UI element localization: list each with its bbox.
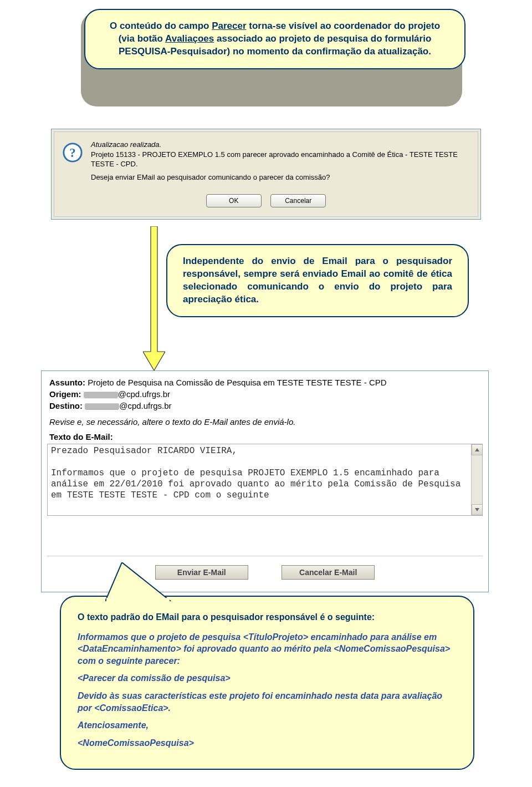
callout3-p1: Informamos que o projeto de pesquisa <Tí…: [78, 631, 457, 667]
confirm-line2: Projeto 15133 - PROJETO EXEMPLO 1.5 com …: [91, 150, 470, 169]
email-origem-row: Origem: @cpd.ufrgs.br: [49, 388, 480, 400]
email-instruction: Revise e, se necessário, altere o texto …: [42, 415, 488, 432]
cancel-email-button[interactable]: Cancelar E-Mail: [282, 565, 375, 580]
callout3-p4: Atenciosamente,: [78, 719, 457, 732]
arrow-down-icon: [143, 226, 165, 370]
email-header: Assunto: Projeto de Pesquisa na Comissão…: [42, 371, 488, 415]
scroll-down-button[interactable]: [472, 504, 483, 515]
confirm-dialog-inner: ? Atualizacao realizada. Projeto 15133 -…: [54, 131, 478, 217]
scroll-up-button[interactable]: [472, 444, 483, 455]
cancel-button[interactable]: Cancelar: [270, 194, 326, 207]
origem-label: Origem:: [49, 389, 81, 399]
assunto-value: Projeto de Pesquisa na Comissão de Pesqu…: [85, 378, 387, 387]
speech-bubble-tail-icon: [105, 562, 172, 601]
origem-value: @cpd.ufrgs.br: [118, 389, 170, 399]
svg-marker-5: [105, 562, 171, 601]
svg-marker-2: [143, 226, 165, 370]
callout3-p2: <Parecer da comissão de pesquisa>: [78, 672, 457, 684]
callout-3: O texto padrão do EMail para o pesquisad…: [60, 596, 474, 770]
origem-redacted: [84, 392, 118, 398]
callout3-p3: Devido às suas características este proj…: [78, 690, 457, 714]
email-assunto-row: Assunto: Projeto de Pesquisa na Comissão…: [49, 377, 480, 388]
question-icon: ?: [62, 142, 83, 163]
divider: [47, 556, 483, 556]
ok-button[interactable]: OK: [206, 194, 262, 207]
destino-value: @cpd.ufrgs.br: [119, 401, 171, 410]
email-body-label: Texto do E-Mail:: [42, 432, 488, 444]
email-body-textarea[interactable]: Prezado Pesquisador RICARDO VIEIRA, Info…: [47, 444, 483, 516]
confirm-line1: Atualizacao realizada.: [91, 140, 470, 150]
destino-redacted: [85, 403, 119, 410]
confirm-dialog: ? Atualizacao realizada. Projeto 15133 -…: [51, 129, 481, 220]
confirm-dialog-message: Atualizacao realizada. Projeto 15133 - P…: [91, 140, 470, 182]
callout3-p5: <NomeComissaoPesquisa>: [78, 737, 457, 749]
svg-text:?: ?: [69, 146, 75, 160]
assunto-label: Assunto:: [49, 378, 85, 387]
callout2-text: Independente do envio de Email para o pe…: [183, 256, 452, 304]
confirm-line3: Deseja enviar EMail ao pesquisador comun…: [91, 172, 470, 182]
callout1-text-pre: O conteúdo do campo: [110, 21, 212, 31]
callout3-heading: O texto padrão do EMail para o pesquisad…: [78, 611, 457, 623]
email-body-content: Prezado Pesquisador RICARDO VIEIRA, Info…: [51, 445, 469, 501]
scrollbar[interactable]: [471, 444, 482, 515]
callout1-u2: Avaliaçoes: [165, 33, 214, 44]
email-destino-row: Destino: @cpd.ufrgs.br: [49, 400, 480, 412]
callout-2: Independente do envio de Email para o pe…: [166, 244, 469, 317]
email-panel: Assunto: Projeto de Pesquisa na Comissão…: [41, 370, 489, 592]
callout1-u1: Parecer: [212, 21, 246, 31]
destino-label: Destino:: [49, 401, 83, 410]
callout-1: O conteúdo do campo Parecer torna-se vis…: [84, 9, 466, 69]
svg-marker-4: [475, 508, 479, 511]
svg-marker-3: [475, 448, 479, 451]
svg-rect-6: [106, 598, 170, 601]
confirm-button-row: OK Cancelar: [54, 194, 478, 207]
